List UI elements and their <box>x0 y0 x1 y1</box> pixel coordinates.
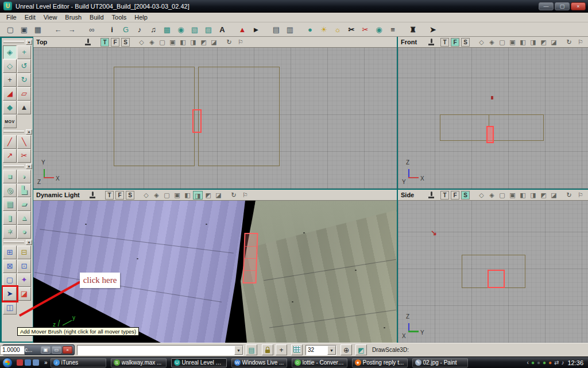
mini-close-button[interactable]: × <box>63 346 72 354</box>
grid-size-combobox[interactable]: 32 ▼ <box>305 345 336 355</box>
mode-textured-button[interactable]: ◧ <box>518 191 528 200</box>
tray-alert-icon[interactable]: ● <box>548 358 552 367</box>
open-map-button[interactable]: ▣ <box>18 24 30 36</box>
camera-speed-button[interactable]: ◩ <box>355 344 367 355</box>
camera-mode-button[interactable]: ◈ <box>3 45 17 59</box>
matinee-mode-button[interactable]: MOV <box>3 114 17 128</box>
menu-view[interactable]: View <box>40 13 61 21</box>
cube-brush-button[interactable]: ■ <box>3 170 17 183</box>
font-browser-button[interactable]: A <box>216 24 229 36</box>
tfs-top-button[interactable]: T <box>100 38 109 47</box>
surface-properties-button[interactable]: G <box>119 24 132 36</box>
viewport-float-button[interactable]: ⚐ <box>241 191 250 200</box>
grid-size-dropdown-button[interactable]: ▼ <box>327 346 336 355</box>
csg-intersect-button[interactable]: ⊠ <box>3 259 17 273</box>
mode-zone-lighting-button[interactable]: ◩ <box>539 191 548 200</box>
build-changed-paths-button[interactable]: ✂ <box>359 24 372 36</box>
mode-zone-portal-button[interactable]: ◈ <box>152 191 161 200</box>
tfs-front-button[interactable]: F <box>115 191 124 200</box>
section-collapse-button[interactable]: ▲ <box>26 164 32 169</box>
realtime-preview-button[interactable]: ↻ <box>225 38 234 47</box>
realtime-preview-button[interactable]: ↻ <box>229 191 238 200</box>
tfs-front-button[interactable]: F <box>451 38 459 47</box>
menu-tools[interactable]: Tools <box>108 13 131 21</box>
new-map-button[interactable]: ▢ <box>4 24 17 36</box>
taskbar-clock[interactable]: 12:36 <box>567 359 583 366</box>
taskbar-windows-live[interactable]: W Windows Live ... <box>231 358 287 367</box>
mode-zone-lighting-button[interactable]: ◩ <box>539 38 548 47</box>
actor-select-mode-button[interactable]: + <box>17 45 31 59</box>
joystick-icon[interactable] <box>89 191 96 199</box>
mode-bsp-cuts-button[interactable]: ▣ <box>508 191 517 200</box>
quicklaunch-media-icon[interactable] <box>17 359 23 366</box>
tfs-top-button[interactable]: T <box>440 38 449 47</box>
clip-marker-2-button[interactable]: ╲ <box>17 135 31 149</box>
start-button[interactable] <box>2 358 13 368</box>
tray-messenger-icon[interactable]: ● <box>543 358 546 367</box>
mode-bsp-cuts-button[interactable]: ▣ <box>508 38 517 47</box>
csg-deintersect-button[interactable]: ⊡ <box>17 259 31 273</box>
viewport-float-button[interactable]: ⚐ <box>576 191 585 200</box>
actor-properties-button[interactable]: i <box>106 24 118 36</box>
terrain-edit-mode-button[interactable]: ▲ <box>17 101 31 114</box>
tray-expand-icon[interactable]: ‹ <box>527 358 529 367</box>
mesh-viewer-button[interactable]: ◉ <box>175 24 187 36</box>
taskbar-unrealed[interactable]: U Unreal Level Ed... <box>171 358 227 367</box>
build-paths-button[interactable]: ✂ <box>345 24 358 36</box>
clip-flip-button[interactable]: ↗ <box>3 149 17 163</box>
search-actors-button[interactable]: ∞ <box>86 24 98 36</box>
mode-depth-complexity-button[interactable]: ◪ <box>214 191 223 200</box>
tfs-side-button[interactable]: S <box>121 38 130 47</box>
mode-depth-complexity-button[interactable]: ◪ <box>209 38 219 47</box>
section-collapse-button[interactable]: ▲ <box>26 240 32 245</box>
mode-wireframe-button[interactable]: ◇ <box>477 191 486 200</box>
mini-minimize-button[interactable]: ▭ <box>52 346 61 354</box>
viewport-persp-canvas[interactable]: z y <box>33 201 397 343</box>
rotation-grid-button[interactable]: ⊕ <box>341 344 352 355</box>
mode-dynamic-light-button[interactable]: ◨ <box>528 191 538 200</box>
terrain-brush-button[interactable]: ▦ <box>3 197 17 211</box>
taskbar-firefox[interactable]: ● Posting reply t... <box>352 358 408 367</box>
joystick-icon[interactable] <box>84 39 91 46</box>
cone-brush-button[interactable]: ▲ <box>17 211 31 225</box>
mode-wireframe-button[interactable]: ◇ <box>477 38 486 47</box>
mode-zone-portal-button[interactable]: ◈ <box>487 191 497 200</box>
lock-button[interactable] <box>262 344 273 355</box>
mode-texture-usage-button[interactable]: ▢ <box>497 38 507 47</box>
play-level-button[interactable]: ♜ <box>407 24 419 36</box>
mode-zone-lighting-button[interactable]: ◩ <box>203 191 213 200</box>
mode-textured-button[interactable]: ◧ <box>178 38 188 47</box>
mode-dynamic-light-button[interactable]: ◨ <box>528 38 538 47</box>
curved-stairs-brush-button[interactable]: ◗ <box>17 170 31 183</box>
undo-button[interactable]: ← <box>52 24 64 36</box>
mode-texture-usage-button[interactable]: ▢ <box>497 191 507 200</box>
add-special-brush-button[interactable]: ▢ <box>3 273 17 287</box>
tfs-front-button[interactable]: F <box>111 38 119 47</box>
tray-network-icon[interactable]: ⇄ <box>554 358 559 367</box>
actor-rotate-mode-button[interactable]: ↻ <box>17 73 31 87</box>
cylinder-brush-button[interactable]: ▮ <box>3 211 17 225</box>
joystick-icon[interactable] <box>428 39 431 46</box>
clip-delete-button[interactable]: ✂ <box>17 149 31 163</box>
menu-file[interactable]: File <box>2 13 21 21</box>
quicklaunch-overflow-chevron[interactable]: » <box>44 359 48 366</box>
mini-restore-button[interactable]: ▣ <box>41 346 51 354</box>
mode-depth-complexity-button[interactable]: ◪ <box>549 191 559 200</box>
mode-wireframe-button[interactable]: ◇ <box>141 191 151 200</box>
build-flags-button[interactable]: ≡ <box>386 24 399 36</box>
play-map-button[interactable]: ► <box>250 24 262 36</box>
polygon-select-mode-button[interactable]: ▱ <box>17 87 31 101</box>
mode-dynamic-light-button[interactable]: ◨ <box>193 191 203 200</box>
static-mesh-browser-button[interactable]: ▨ <box>202 24 215 36</box>
add-mover-brush-button[interactable]: ➤ <box>3 287 17 301</box>
mode-zone-lighting-button[interactable]: ◩ <box>199 38 208 47</box>
viewport-side-canvas[interactable]: ↘ Z Y X <box>398 201 588 343</box>
tfs-front-button[interactable]: F <box>451 191 459 200</box>
joystick-icon[interactable] <box>428 191 431 199</box>
actor-scale-mode-button[interactable]: ↺ <box>17 59 31 73</box>
maximize-button[interactable]: ▢ <box>555 2 570 10</box>
sphere-brush-button[interactable]: ● <box>17 225 31 239</box>
mode-texture-usage-button[interactable]: ▢ <box>157 38 167 47</box>
mode-zone-portal-button[interactable]: ◈ <box>147 38 157 47</box>
taskbar-3dsmax[interactable]: S walkway.max ... <box>111 358 167 367</box>
